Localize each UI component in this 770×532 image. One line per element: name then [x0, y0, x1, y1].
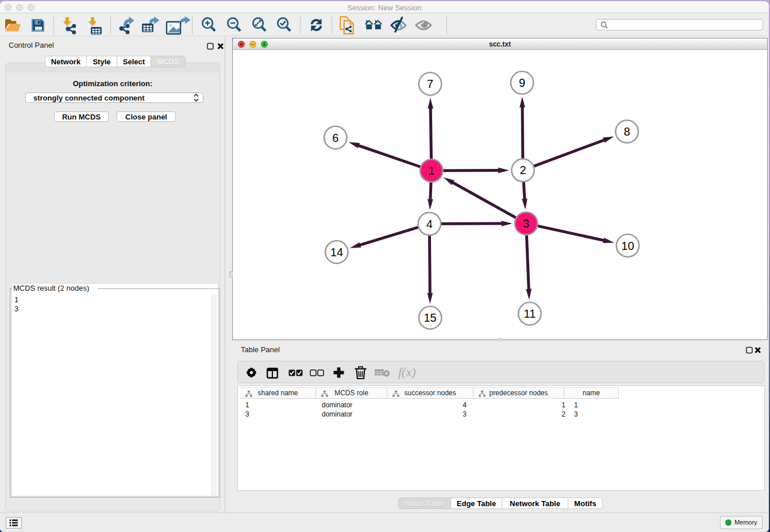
svg-text:7: 7 [427, 78, 433, 90]
svg-text:8: 8 [623, 125, 630, 138]
svg-text:10: 10 [621, 240, 634, 252]
svg-text:11: 11 [524, 307, 536, 320]
svg-text:3: 3 [523, 217, 529, 230]
svg-text:1: 1 [428, 164, 434, 177]
svg-text:6: 6 [332, 132, 338, 144]
svg-text:14: 14 [330, 246, 343, 259]
svg-text:4: 4 [426, 218, 433, 230]
svg-text:2: 2 [519, 164, 526, 176]
svg-text:15: 15 [424, 311, 436, 324]
svg-text:9: 9 [519, 76, 525, 89]
